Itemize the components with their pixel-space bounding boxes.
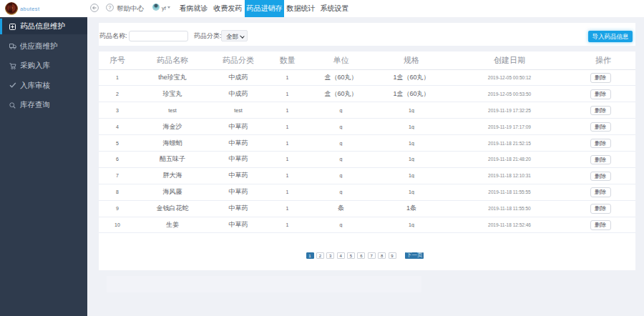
svg-text:?: ?	[109, 5, 112, 10]
